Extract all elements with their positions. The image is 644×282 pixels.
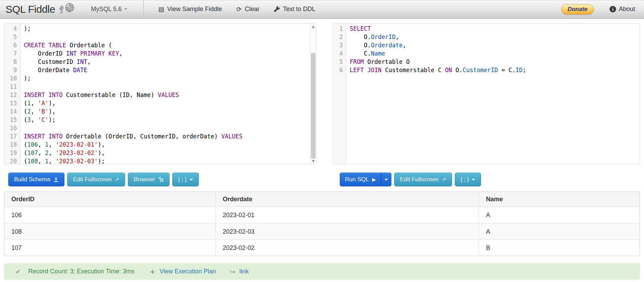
code-line: CustomerID INT, bbox=[24, 58, 310, 66]
run-sql-label: Run SQL bbox=[345, 176, 369, 183]
token-num: 108 bbox=[27, 158, 38, 164]
token-pl: ); bbox=[49, 116, 55, 123]
edit-fullscreen-label: Edit Fullscreen bbox=[400, 176, 439, 183]
token-bi: INT bbox=[66, 50, 77, 57]
token-var: Orderdate bbox=[371, 42, 402, 49]
browser-button[interactable]: Browser bbox=[128, 173, 170, 186]
line-number: 6 bbox=[333, 66, 343, 74]
schema-line-number-gutter: 4567891011121314151617181920 bbox=[4, 24, 20, 164]
table-cell: 2023-02-02 bbox=[215, 240, 479, 256]
share-link[interactable]: link bbox=[239, 268, 249, 275]
scrollbar-thumb[interactable] bbox=[311, 53, 315, 158]
query-line-number-gutter: 123456 bbox=[333, 24, 346, 164]
about-link[interactable]: i About bbox=[610, 6, 635, 13]
results-table: OrderID Orderdate Name 1062023-02-01A108… bbox=[4, 192, 640, 256]
line-number: 7 bbox=[4, 49, 17, 58]
code-line: (108, 1, '2023-02-03'); bbox=[24, 157, 310, 164]
scrollbar-up-arrow-icon[interactable]: ▲ bbox=[310, 24, 316, 29]
line-number: 20 bbox=[4, 157, 17, 164]
brand-title[interactable]: SQL Fiddle bbox=[6, 3, 55, 15]
view-execution-plan-link[interactable]: View Execution Plan bbox=[160, 268, 216, 275]
column-header-orderid: OrderID bbox=[4, 192, 215, 207]
line-number: 4 bbox=[4, 25, 17, 33]
table-cell: 106 bbox=[4, 207, 215, 223]
browser-label: Browser bbox=[134, 176, 155, 183]
token-var: ID bbox=[515, 67, 522, 74]
token-pl: , bbox=[38, 141, 45, 148]
code-line: SELECT bbox=[350, 25, 640, 33]
query-code-area[interactable]: SELECT O.OrderID, O.Orderdate, C.NameFRO… bbox=[346, 24, 640, 164]
query-button-row: Run SQL ▶ Edit Fullscreen ↗ [ ; ] bbox=[340, 173, 481, 186]
token-pl: ( bbox=[24, 116, 27, 123]
token-pl: , bbox=[38, 158, 45, 164]
token-pl bbox=[364, 67, 367, 74]
build-schema-button[interactable]: Build Schema bbox=[8, 173, 64, 186]
run-sql-button[interactable]: Run SQL ▶ bbox=[340, 173, 381, 186]
token-pl: ), bbox=[49, 100, 55, 107]
navbar-right-group: Donate i About bbox=[561, 4, 635, 14]
check-icon: ✔ bbox=[16, 268, 21, 275]
token-pl: Ordertable O bbox=[364, 58, 410, 65]
semicolon-label: [ ; ] bbox=[461, 176, 469, 183]
clear-link[interactable]: ⟳ Clear bbox=[236, 6, 259, 13]
code-line: (107, 2, '2023-02-02'), bbox=[24, 149, 310, 157]
line-number: 16 bbox=[4, 124, 17, 132]
token-num: 2 bbox=[27, 108, 31, 115]
schema-editor-scrollbar[interactable]: ▲ ▼ bbox=[310, 24, 316, 164]
token-bi: DATE bbox=[73, 67, 87, 74]
fiddle-logo-icon bbox=[57, 1, 76, 16]
token-pl: C. bbox=[350, 50, 371, 57]
token-pl: O. bbox=[350, 33, 371, 40]
view-sample-fiddle-link[interactable]: ▤ View Sample Fiddle bbox=[158, 6, 222, 13]
run-sql-dropdown-toggle[interactable] bbox=[381, 173, 391, 186]
view-sample-fiddle-label: View Sample Fiddle bbox=[167, 6, 222, 13]
line-number: 12 bbox=[4, 91, 17, 99]
query-editor-panel[interactable]: 123456 SELECT O.OrderID, O.Orderdate, C.… bbox=[333, 23, 640, 164]
token-pl: , bbox=[49, 141, 55, 148]
text-to-ddl-label: Text to DDL bbox=[283, 6, 315, 13]
token-num: 1 bbox=[45, 158, 48, 164]
token-pl: O. bbox=[452, 67, 463, 74]
token-str: 'C' bbox=[38, 116, 49, 123]
line-number: 4 bbox=[333, 49, 343, 58]
caret-down-icon bbox=[190, 179, 193, 181]
query-edit-fullscreen-button[interactable]: Edit Fullscreen ↗ bbox=[394, 173, 452, 186]
token-kw: LEFT bbox=[350, 67, 364, 74]
token-kw: FROM bbox=[350, 58, 364, 65]
token-pl: , bbox=[49, 158, 55, 164]
database-version-dropdown[interactable]: MySQL 5.6 bbox=[91, 6, 127, 13]
schema-editor-panel[interactable]: 4567891011121314151617181920 ); CREATE T… bbox=[4, 23, 316, 164]
token-var: Name bbox=[371, 50, 385, 57]
record-count-message: Record Count: 3; Execution Time: 3ms bbox=[28, 268, 134, 275]
schema-semicolon-dropdown-button[interactable]: [ ; ] bbox=[172, 173, 199, 186]
token-pl: ( bbox=[24, 108, 27, 115]
token-pl: , bbox=[119, 50, 122, 57]
token-kw: KEY bbox=[109, 50, 119, 57]
token-kw: ON bbox=[445, 67, 452, 74]
code-line: INSERT INTO Ordertable (OrderID, Custome… bbox=[24, 132, 310, 140]
token-pl: , bbox=[31, 108, 38, 115]
column-header-orderdate: Orderdate bbox=[215, 192, 479, 207]
token-str: '2023-02-01' bbox=[55, 141, 98, 148]
token-pl: , bbox=[31, 100, 38, 107]
table-cell: B bbox=[479, 240, 640, 256]
line-number: 3 bbox=[333, 41, 343, 49]
donate-button[interactable]: Donate bbox=[561, 4, 594, 14]
line-number: 18 bbox=[4, 140, 17, 149]
line-number: 11 bbox=[4, 82, 17, 91]
text-to-ddl-link[interactable]: Text to DDL bbox=[274, 6, 315, 13]
line-number: 13 bbox=[4, 99, 17, 107]
token-pl: , bbox=[396, 33, 399, 40]
scrollbar-down-arrow-icon[interactable]: ▼ bbox=[310, 158, 316, 164]
query-semicolon-dropdown-button[interactable]: [ ; ] bbox=[455, 173, 481, 186]
token-kw: CREATE bbox=[24, 42, 45, 49]
token-pl: Customerstable (ID, Name) bbox=[63, 91, 158, 98]
schema-edit-fullscreen-button[interactable]: Edit Fullscreen ↗ bbox=[67, 173, 125, 186]
share-arrow-icon: ↪ bbox=[230, 268, 235, 275]
token-var: CustomerID bbox=[463, 67, 498, 74]
line-number: 14 bbox=[4, 107, 17, 116]
schema-code-area[interactable]: ); CREATE TABLE Ordertable ( OrderID INT… bbox=[20, 24, 310, 164]
line-number: 2 bbox=[333, 33, 343, 41]
token-pl bbox=[45, 42, 48, 49]
token-bi: INT bbox=[77, 58, 88, 65]
